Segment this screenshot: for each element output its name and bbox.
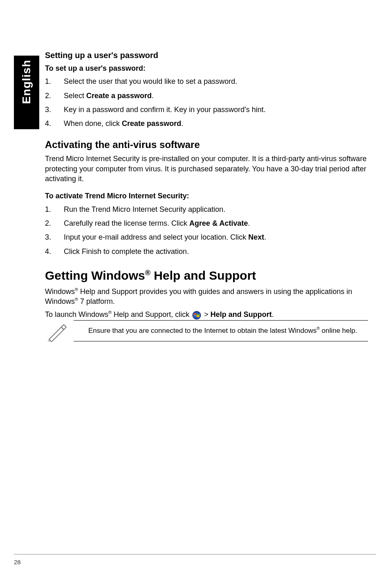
note-text: Ensure that you are connected to the Int… (88, 327, 357, 334)
content-area: Setting up a user's password To set up a… (45, 51, 368, 341)
footer: 28 (14, 554, 376, 566)
step-number: 1. (45, 76, 64, 86)
step-text: Run the Trend Micro Internet Security ap… (64, 204, 368, 214)
step-text: Key in a password and confirm it. Key in… (64, 105, 368, 114)
list-item: 1. Select the user that you would like t… (45, 76, 368, 86)
list-item: 4. Click Finish to complete the activati… (45, 247, 368, 256)
step-text: Click Finish to complete the activation. (64, 247, 368, 256)
list-item: 3. Input your e-mail address and select … (45, 232, 368, 242)
step-text: Carefully read the license terms. Click … (64, 218, 368, 228)
step-number: 2. (45, 218, 64, 228)
step-number: 4. (45, 119, 64, 128)
step-number: 4. (45, 247, 64, 256)
step-text: Input your e-mail address and select you… (64, 232, 368, 242)
steps-set-password: 1. Select the user that you would like t… (45, 76, 368, 128)
list-item: 3. Key in a password and confirm it. Key… (45, 105, 368, 114)
note-box: Ensure that you are connected to the Int… (74, 320, 368, 342)
launch-help-support: To launch Windows® Help and Support, cli… (45, 310, 274, 319)
heading-setting-password: Setting up a user's password (45, 51, 368, 60)
steps-activate-trend: 1. Run the Trend Micro Internet Security… (45, 204, 368, 256)
body-help-support: Windows® Help and Support provides you w… (45, 287, 368, 307)
windows-start-icon (192, 311, 201, 320)
step-text: Select the user that you would like to s… (64, 76, 368, 86)
step-number: 3. (45, 105, 64, 114)
list-item: 4. When done, click Create password. (45, 119, 368, 128)
pencil-note-icon (47, 323, 67, 342)
lead-set-password: To set up a user's password: (45, 63, 368, 73)
page: English Setting up a user's password To … (0, 0, 390, 588)
body-antivirus: Trend Micro Internet Security is pre-ins… (45, 154, 368, 184)
language-tab-label: English (20, 60, 33, 104)
lead-activate-trend: To activate Trend Micro Internet Securit… (45, 191, 368, 201)
step-number: 2. (45, 91, 64, 101)
step-number: 3. (45, 232, 64, 242)
list-item: 2. Carefully read the license terms. Cli… (45, 218, 368, 228)
list-item: 2. Select Create a password. (45, 91, 368, 101)
step-text: When done, click Create password. (64, 119, 368, 128)
heading-help-support: Getting Windows® Help and Support (45, 269, 368, 283)
step-number: 1. (45, 204, 64, 214)
list-item: 1. Run the Trend Micro Internet Security… (45, 204, 368, 214)
heading-antivirus: Activating the anti-virus software (45, 139, 368, 150)
language-tab: English (14, 56, 39, 129)
step-text: Select Create a password. (64, 91, 368, 101)
page-number: 28 (14, 559, 21, 566)
